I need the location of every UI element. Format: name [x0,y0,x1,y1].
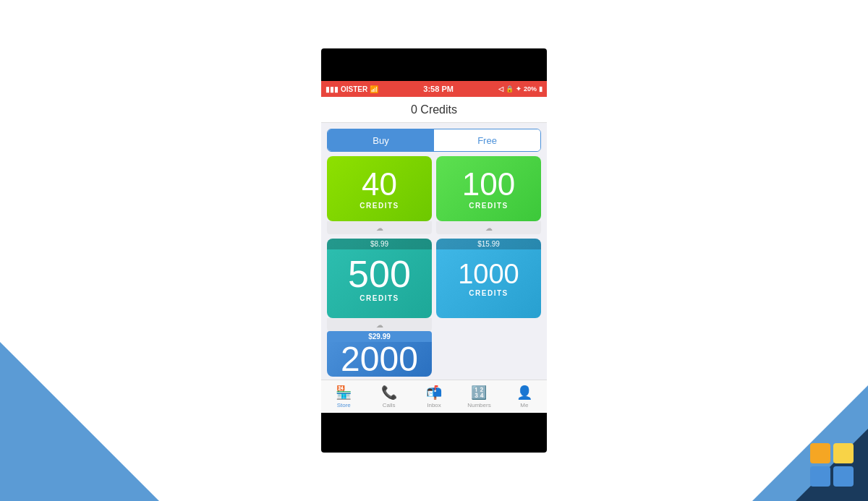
carrier-name: OISTER [341,85,367,93]
credit-card-1000[interactable]: $15.99 1000 CREDITS [436,239,541,318]
app-icon [810,443,854,487]
credit-amount-2000: 2000 [341,342,418,377]
calls-icon: 📞 [381,385,397,401]
bluetooth-icon: ✦ [516,85,522,93]
credit-card-500[interactable]: $8.99 500 CREDITS [327,239,432,318]
status-left: ▮▮▮ OISTER 📶 [326,85,378,93]
nav-item-numbers[interactable]: 🔢 Numbers [456,380,501,413]
cloud-cell-left-1: ☁ [327,221,432,234]
credit-label-100: CREDITS [469,202,508,210]
phone-bottom-bar [321,413,547,453]
cloud-icon-right-1: ☁ [485,224,493,232]
page-title: 0 Credits [411,103,457,116]
credit-amount-40: 40 [362,168,397,200]
numbers-icon: 🔢 [471,385,487,401]
cloud-cell-left-2: ☁ [327,318,432,331]
battery-level: 20% [524,85,537,93]
nav-label-calls: Calls [383,402,396,408]
empty-slot [436,331,541,377]
nav-item-calls[interactable]: 📞 Calls [366,380,411,413]
wifi-icon: 📶 [370,85,378,93]
app-icon-tile-2 [833,443,854,463]
nav-item-inbox[interactable]: 📬 Inbox [412,380,456,413]
phone-wrapper: ▮▮▮ OISTER 📶 3:58 PM ◁ 🔒 ✦ 20% ▮ 0 Credi… [321,48,547,453]
credit-card-2000[interactable]: $29.99 2000 [327,331,432,377]
app-header: 0 Credits [321,97,547,123]
nav-label-me: Me [520,402,528,408]
credit-label-1000: CREDITS [469,289,508,297]
price-badge-500: $8.99 [327,239,432,249]
nav-item-store[interactable]: 🏪 Store [321,380,366,413]
phone-top-bar [321,48,547,81]
credits-row-3: $29.99 2000 [321,331,547,380]
battery-icon: ▮ [539,85,542,93]
credit-amount-1000: 1000 [458,260,519,288]
me-icon: 👤 [516,385,532,401]
credits-row-2: $8.99 500 CREDITS $15.99 1000 CREDITS [321,234,547,318]
credit-label-500: CREDITS [359,294,399,302]
credit-card-100[interactable]: 100 CREDITS [436,156,541,221]
app-icon-tile-1 [810,443,830,463]
cloud-divider-2: ☁ [321,318,547,331]
nav-label-inbox: Inbox [427,402,441,408]
app-icon-tile-3 [810,466,830,487]
phone-screen: ▮▮▮ OISTER 📶 3:58 PM ◁ 🔒 ✦ 20% ▮ 0 Credi… [321,81,547,413]
price-badge-1000: $15.99 [436,239,541,249]
tab-switcher: Buy Free [327,129,541,152]
inbox-icon: 📬 [426,385,442,401]
lock-icon: 🔒 [506,85,514,93]
credit-card-40[interactable]: 40 CREDITS [327,156,432,221]
cloud-icon-left-2: ☁ [376,321,383,329]
credit-amount-500: 500 [348,255,411,293]
status-time: 3:58 PM [423,85,454,93]
bottom-nav: 🏪 Store 📞 Calls 📬 Inbox 🔢 Numbers 👤 Me [321,380,547,413]
status-right: ◁ 🔒 ✦ 20% ▮ [498,85,542,93]
nav-item-me[interactable]: 👤 Me [502,380,547,413]
nav-label-store: Store [337,402,351,408]
bg-shape-left [0,342,159,501]
tab-buy[interactable]: Buy [328,129,434,151]
app-icon-tile-4 [833,466,854,487]
nav-label-numbers: Numbers [467,402,490,408]
cloud-cell-right-1: ☁ [436,221,541,234]
cloud-icon-left-1: ☁ [376,224,383,232]
credit-amount-100: 100 [462,168,515,200]
credit-label-40: CREDITS [359,202,399,210]
cloud-cell-right-2 [436,318,541,331]
credits-row-1: 40 CREDITS 100 CREDITS [321,152,547,221]
store-icon: 🏪 [336,385,352,401]
tab-free[interactable]: Free [434,129,540,151]
status-bar: ▮▮▮ OISTER 📶 3:58 PM ◁ 🔒 ✦ 20% ▮ [321,81,547,97]
cloud-divider-1: ☁ ☁ [321,221,547,234]
location-icon: ◁ [498,85,503,93]
signal-icon: ▮▮▮ [326,85,339,93]
